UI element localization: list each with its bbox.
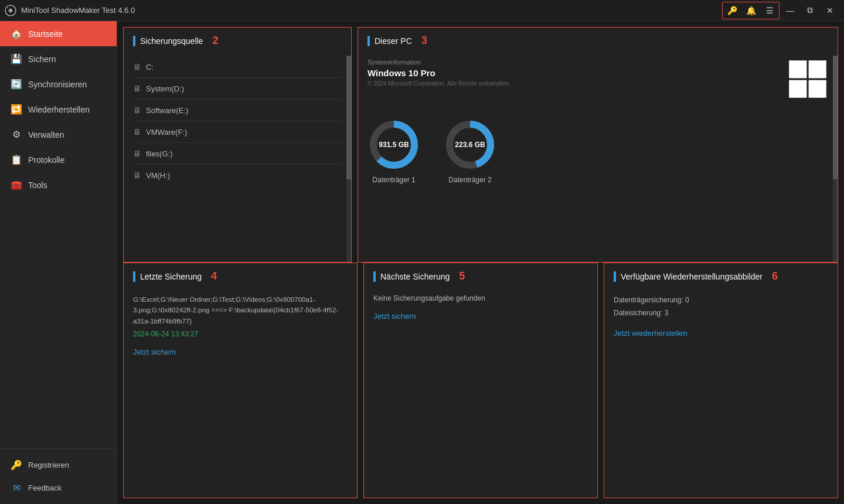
title-bar: MiniTool ShadowMaker Test 4.6.0 🔑 🔔 ☰ — …	[0, 0, 844, 21]
source-scrollbar[interactable]	[346, 56, 351, 262]
pc-sysinfo-label: Systeminformation	[367, 59, 787, 66]
panel-pc-title: Dieser PC	[375, 36, 412, 46]
drive-label-f: VMWare(F:)	[146, 128, 187, 137]
disk1-donut: 931.5 GB	[367, 118, 420, 171]
panel-next-backup-title: Nächste Sicherung	[380, 272, 450, 281]
nav-label-sichern: Sichern	[28, 55, 56, 64]
pc-scrollbar-thumb	[833, 56, 838, 179]
key-nav-icon: 🔑	[11, 459, 22, 471]
drive-item-g[interactable]: 🖥 files(G:)	[133, 143, 342, 165]
drive-item-e[interactable]: 🖥 Software(E:)	[133, 100, 342, 121]
app-logo-icon	[5, 5, 16, 16]
nav-item-verwalten[interactable]: ⚙ Verwalten	[0, 122, 117, 147]
panel-recovery-number: 6	[772, 270, 778, 282]
panel-recovery-header: Verfügbare Wiederherstellungsabbilder 6	[604, 263, 838, 287]
file-backup-count: Dateisicherung: 3	[614, 307, 828, 320]
no-task-text: Keine Sicherungsaufgabe gefunden	[373, 294, 588, 302]
nav-item-startseite[interactable]: 🏠 Startseite	[0, 21, 117, 46]
nav-item-protokolle[interactable]: 📋 Protokolle	[0, 147, 117, 172]
key-button[interactable]: 🔑	[723, 2, 741, 19]
drive-icon-c: 🖥	[133, 62, 141, 71]
save-icon: 💾	[11, 53, 22, 64]
nav-item-registrieren[interactable]: 🔑 Registrieren	[0, 454, 117, 476]
panel-source-header: Sicherungsquelle 2	[124, 28, 351, 52]
sidebar: 🏠 Startseite 💾 Sichern 🔄 Synchronisieren…	[0, 21, 117, 504]
recovery-action[interactable]: Jetzt wiederherstellen	[614, 329, 688, 338]
hamburger-button[interactable]: ☰	[760, 2, 779, 19]
drive-label-e: Software(E:)	[146, 106, 188, 115]
panel-last-backup-title: Letzte Sicherung	[140, 272, 202, 281]
nav-label-registrieren: Registrieren	[28, 461, 69, 469]
content-area: Sicherungsquelle 2 🖥 C: 🖥 System(D:) 🖥 S…	[117, 21, 844, 504]
panel-next-backup-body: Keine Sicherungsaufgabe gefunden Jetzt s…	[364, 287, 597, 328]
nav-item-synchronisieren[interactable]: 🔄 Synchronisieren	[0, 71, 117, 97]
next-backup-action[interactable]: Jetzt sichern	[373, 312, 416, 321]
sync-icon: 🔄	[11, 79, 22, 90]
panel-pc: Dieser PC 3 Systeminformation Windows 10…	[358, 27, 838, 263]
source-scrollbar-thumb	[346, 56, 351, 179]
nav-item-sichern[interactable]: 💾 Sichern	[0, 46, 117, 71]
drive-label-c: C:	[146, 63, 154, 71]
source-drive-list: 🖥 C: 🖥 System(D:) 🖥 Software(E:) 🖥 VMWar…	[124, 52, 351, 190]
disk2-size: 223.6 GB	[455, 141, 485, 149]
panel-pc-number: 3	[421, 35, 427, 47]
nav-label-tools: Tools	[28, 181, 47, 190]
pc-sysinfo-area: Systeminformation Windows 10 Pro © 2024 …	[358, 52, 838, 107]
svg-rect-1	[789, 60, 806, 78]
panel-last-backup-header: Letzte Sicherung 4	[124, 263, 357, 287]
app-title: MiniTool ShadowMaker Test 4.6.0	[21, 6, 135, 15]
panel-source-title: Sicherungsquelle	[140, 36, 203, 46]
nav-label-feedback: Feedback	[28, 483, 62, 492]
main-layout: 🏠 Startseite 💾 Sichern 🔄 Synchronisieren…	[0, 21, 844, 504]
sidebar-bottom: 🔑 Registrieren ✉ Feedback	[0, 448, 117, 504]
panel-last-backup-number: 4	[211, 270, 217, 282]
drive-item-d[interactable]: 🖥 System(D:)	[133, 78, 342, 100]
close-button[interactable]: ✕	[821, 2, 839, 19]
drive-item-f[interactable]: 🖥 VMWare(F:)	[133, 121, 342, 143]
svg-rect-3	[789, 80, 806, 98]
nav-item-wiederherstellen[interactable]: 🔁 Wiederherstellen	[0, 97, 117, 122]
panel-next-backup: Nächste Sicherung 5 Keine Sicherungsaufg…	[363, 263, 598, 498]
list-icon: 📋	[11, 154, 22, 165]
restore-nav-icon: 🔁	[11, 104, 22, 115]
drive-icon-g: 🖥	[133, 149, 141, 158]
tools-icon: 🧰	[11, 179, 22, 190]
title-bar-left: MiniTool ShadowMaker Test 4.6.0	[5, 5, 135, 16]
drive-icon-h: 🖥	[133, 171, 141, 180]
panel-last-backup: Letzte Sicherung 4 G:\Excel;G:\Neuer Ord…	[123, 263, 358, 498]
pc-scrollbar[interactable]	[833, 56, 838, 262]
last-backup-action[interactable]: Jetzt sichern	[133, 348, 176, 356]
minimize-button[interactable]: —	[781, 2, 799, 19]
restore-button[interactable]: ⧉	[801, 2, 819, 19]
titlebar-extra-buttons: 🔑 🔔 ☰	[722, 2, 780, 19]
drive-icon-f: 🖥	[133, 127, 141, 137]
nav-label-startseite: Startseite	[28, 29, 63, 39]
disk-backup-count: Datenträgersicherung: 0	[614, 294, 828, 307]
drive-item-c[interactable]: 🖥 C:	[133, 56, 342, 78]
drive-label-g: files(G:)	[146, 149, 173, 158]
panel-recovery-body: Datenträgersicherung: 0 Dateisicherung: …	[604, 287, 838, 345]
pc-os-name: Windows 10 Pro	[367, 68, 787, 78]
home-icon: 🏠	[11, 28, 22, 39]
panel-recovery: Verfügbare Wiederherstellungsabbilder 6 …	[604, 263, 838, 498]
panel-next-backup-number: 5	[459, 270, 465, 282]
drive-icon-d: 🖥	[133, 84, 141, 93]
mail-nav-icon: ✉	[11, 482, 22, 493]
disk1-label: Datenträger 1	[372, 176, 415, 184]
title-bar-right: 🔑 🔔 ☰ — ⧉ ✕	[720, 2, 839, 19]
disk1-size: 931.5 GB	[379, 141, 409, 149]
nav-label-synchronisieren: Synchronisieren	[28, 80, 87, 89]
drive-item-h[interactable]: 🖥 VM(H:)	[133, 165, 342, 186]
disk-item-2: 223.6 GB Datenträger 2	[444, 118, 496, 184]
svg-rect-2	[809, 60, 826, 78]
last-backup-path: G:\Excel;G:\Neuer Ordner;G:\Test;G:\Vide…	[133, 294, 348, 326]
panel-source-number: 2	[212, 35, 218, 47]
nav-item-tools[interactable]: 🧰 Tools	[0, 172, 117, 197]
windows-logo-icon	[787, 59, 828, 100]
nav-item-feedback[interactable]: ✉ Feedback	[0, 476, 117, 499]
last-backup-date: 2024-06-24 13:43:27	[133, 330, 348, 338]
top-row: Sicherungsquelle 2 🖥 C: 🖥 System(D:) 🖥 S…	[123, 27, 838, 263]
pc-copyright: © 2024 Microsoft Corporation. Alle Recht…	[367, 80, 787, 87]
pc-sysinfo: Systeminformation Windows 10 Pro © 2024 …	[367, 59, 787, 87]
bell-button[interactable]: 🔔	[741, 2, 760, 19]
